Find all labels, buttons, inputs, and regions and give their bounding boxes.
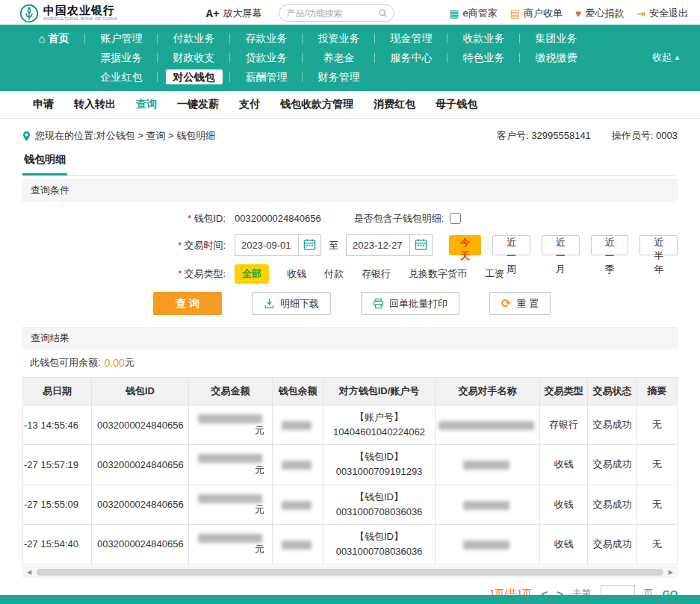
- search-icon[interactable]: [378, 8, 388, 18]
- nav-item-账户管理[interactable]: 账户管理: [85, 31, 158, 46]
- quicklink-merchant-acquiring[interactable]: ▤商户收单: [510, 7, 563, 20]
- nav-item-现金管理[interactable]: 现金管理: [375, 31, 447, 46]
- cell-trade-amount: 元: [189, 405, 273, 445]
- column-header: 交易对手名称: [436, 378, 540, 405]
- nav-item-首页[interactable]: ⌂首页: [22, 31, 85, 46]
- subnav-item-钱包收款方管理[interactable]: 钱包收款方管理: [280, 98, 353, 111]
- cell-trade-amount: 元: [189, 524, 273, 564]
- bank-subtitle: AGRICULTURAL BANK OF CHINA: [43, 16, 117, 22]
- cell-summary: 无: [637, 405, 678, 445]
- type-item-兑换数字货币[interactable]: 兑换数字货币: [409, 267, 467, 281]
- subnav-item-母子钱包[interactable]: 母子钱包: [436, 98, 477, 111]
- nav-item-集团业务[interactable]: 集团业务: [520, 31, 592, 46]
- date-to-calendar-button[interactable]: [410, 234, 433, 256]
- redacted-value: [463, 461, 509, 470]
- collapse-label: 收起: [652, 51, 672, 64]
- nav-item-投资业务[interactable]: 投资业务: [303, 31, 375, 46]
- top-header: 中国农业银行 AGRICULTURAL BANK OF CHINA A+ 放大屏…: [0, 0, 700, 25]
- counterparty-tag: 【钱包ID】: [325, 449, 433, 464]
- nav-item-财务管理[interactable]: 财务管理: [303, 69, 375, 84]
- download-detail-button[interactable]: 明细下载: [252, 292, 331, 315]
- type-item-工资[interactable]: 工资: [485, 267, 504, 281]
- quicklink-label: e商管家: [462, 7, 497, 20]
- subnav-item-申请[interactable]: 申请: [33, 98, 54, 111]
- redacted-value: [198, 454, 262, 463]
- balance-unit: 元: [125, 356, 134, 370]
- quick-range-group: 今天近一周近一月近一季近半年: [449, 235, 678, 255]
- cell-wallet-id: 0032000024840656: [92, 524, 189, 564]
- nav-item-特色业务[interactable]: 特色业务: [447, 50, 520, 65]
- scroll-left-arrow[interactable]: ◀: [25, 569, 34, 576]
- column-header: 对方钱包ID/账户号: [323, 378, 436, 405]
- subnav-item-转入转出[interactable]: 转入转出: [74, 98, 116, 111]
- charity-donation-icon: ♥: [575, 8, 581, 19]
- range-button-近一月[interactable]: 近一月: [542, 235, 580, 255]
- type-item-付款[interactable]: 付款: [324, 267, 344, 281]
- horizontal-scrollbar[interactable]: ◀ ▶: [22, 566, 678, 578]
- batch-print-receipt-button[interactable]: 回单批量打印: [361, 292, 459, 315]
- query-button[interactable]: 查 询: [153, 292, 222, 315]
- nav-item-票据业务[interactable]: 票据业务: [85, 50, 158, 65]
- calendar-icon: [303, 238, 316, 253]
- redacted-value: [463, 501, 509, 510]
- bank-name: 中国农业银行: [43, 4, 117, 17]
- cell-counterparty-id: 【账户号】10404601040224062: [323, 405, 436, 445]
- range-button-近半年[interactable]: 近半年: [639, 235, 678, 255]
- cell-wallet-id: 0032000024840656: [92, 485, 189, 524]
- date-to-group: [346, 234, 433, 256]
- quicklink-e-manager[interactable]: ▦e商管家: [449, 7, 497, 20]
- cell-trade-date: -27 15:55:09: [23, 485, 92, 524]
- nav-item-收款业务[interactable]: 收款业务: [447, 31, 520, 46]
- range-button-今天[interactable]: 今天: [449, 235, 481, 255]
- nav-item-贷款业务[interactable]: 贷款业务: [230, 50, 303, 65]
- balance-row: 此钱包可用余额: 0.00 元: [22, 349, 678, 377]
- cell-summary: 无: [637, 485, 678, 524]
- subnav-item-消费红包[interactable]: 消费红包: [374, 98, 415, 111]
- range-button-近一季[interactable]: 近一季: [591, 235, 629, 255]
- type-item-收钱[interactable]: 收钱: [287, 267, 306, 281]
- nav-collapse-button[interactable]: 收起 ▲: [652, 51, 681, 64]
- reset-button[interactable]: ⟳ 重 置: [489, 292, 551, 315]
- cell-wallet-id: 0032000024840656: [92, 405, 189, 445]
- redacted-value: [198, 534, 262, 543]
- nav-item-缴税缴费[interactable]: 缴税缴费: [520, 50, 592, 65]
- zoom-screen-button[interactable]: A+ 放大屏幕: [205, 7, 261, 20]
- nav-item-企业红包[interactable]: 企业红包: [85, 69, 158, 84]
- date-to-input[interactable]: [346, 234, 410, 256]
- scrollbar-thumb[interactable]: [37, 569, 663, 576]
- amount-unit: 元: [255, 504, 264, 515]
- nav-item-养老金[interactable]: 养老金: [303, 50, 375, 65]
- nav-item-服务中心[interactable]: 服务中心: [375, 50, 447, 65]
- subnav-item-支付[interactable]: 支付: [239, 98, 260, 111]
- counterparty-number: 0031000709191293: [325, 464, 433, 479]
- cell-trade-status: 交易成功: [588, 485, 637, 524]
- action-button-row: 查 询 明细下载 回单批量打印 ⟳ 重 置: [153, 292, 678, 315]
- quicklink-safe-logout[interactable]: ⇥安全退出: [636, 7, 688, 20]
- cell-trade-date: -27 15:57:19: [23, 445, 92, 485]
- quicklink-charity-donation[interactable]: ♥爱心捐款: [575, 7, 624, 20]
- type-item-存银行[interactable]: 存银行: [362, 267, 391, 281]
- nav-item-付款业务[interactable]: 付款业务: [158, 31, 230, 46]
- search-input[interactable]: [285, 7, 378, 19]
- tab-wallet-detail[interactable]: 钱包明细: [22, 153, 67, 175]
- date-from-calendar-button[interactable]: [299, 234, 321, 256]
- subnav-item-查询[interactable]: 查询: [136, 98, 157, 111]
- nav-item-财政收支[interactable]: 财政收支: [158, 50, 230, 65]
- location-pin-icon: [22, 131, 31, 142]
- redacted-value: [282, 501, 312, 510]
- include-sub-wallet-checkbox[interactable]: [450, 213, 461, 224]
- cell-trade-type: 收钱: [540, 524, 588, 564]
- scroll-right-arrow[interactable]: ▶: [666, 569, 675, 576]
- chevron-up-icon: ▲: [674, 54, 681, 61]
- required-asterisk: *: [178, 240, 182, 251]
- nav-item-存款业务[interactable]: 存款业务: [230, 31, 303, 46]
- abc-bank-logo-icon: [19, 4, 39, 23]
- date-from-input[interactable]: [235, 234, 299, 256]
- nav-item-对公钱包[interactable]: 对公钱包: [158, 69, 230, 84]
- subnav-item-一键发薪[interactable]: 一键发薪: [177, 98, 219, 111]
- zoom-label: 放大屏幕: [223, 7, 262, 20]
- balance-value: 0.00: [105, 357, 125, 369]
- nav-item-薪酬管理[interactable]: 薪酬管理: [230, 69, 303, 84]
- range-button-近一周[interactable]: 近一周: [492, 235, 530, 255]
- type-item-全部[interactable]: 全部: [235, 264, 269, 284]
